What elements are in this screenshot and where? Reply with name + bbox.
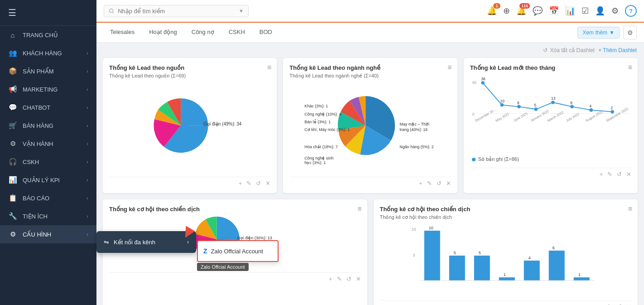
refresh-icon: ↺ <box>543 47 548 53</box>
sidebar-item-bao-cao[interactable]: 📋 BÁO CÁO › <box>0 189 96 207</box>
chevron-right-icon: › <box>87 195 88 201</box>
sidebar-header: ☰ <box>0 0 96 26</box>
edit-dashlet5-icon[interactable]: ✎ <box>607 303 612 305</box>
close-dashlet4-icon[interactable]: ✕ <box>356 276 361 282</box>
analytics-icon[interactable]: 📊 <box>565 6 575 16</box>
svg-text:2: 2 <box>610 106 613 110</box>
svg-text:Bán lẻ (3%): 1: Bán lẻ (3%): 1 <box>304 119 331 124</box>
add-dashlet3-icon[interactable]: + <box>599 171 603 178</box>
profile-icon[interactable]: 👤 <box>595 6 605 16</box>
dashlet4-menu-icon[interactable]: ≡ <box>357 205 361 213</box>
reload-dashlet4-icon[interactable]: ↺ <box>346 276 351 282</box>
dashboard-grid-top: Thống kê Lead theo nguồn Thống kê Lead t… <box>96 58 644 199</box>
reload-dashlet-icon[interactable]: ↺ <box>256 180 261 187</box>
settings-icon[interactable]: ⚙ <box>611 6 619 16</box>
tab-telesales[interactable]: Telesales <box>104 24 141 41</box>
edit-dashlet-icon[interactable]: ✎ <box>246 180 251 187</box>
sidebar-item-van-hanh[interactable]: ⚙ VẬN HÀNH › <box>0 135 96 153</box>
close-dashlet5-icon[interactable]: ✕ <box>626 303 631 305</box>
reload-dashlet2-icon[interactable]: ↺ <box>437 180 442 187</box>
svg-text:Ngân hàng (5%): 2: Ngân hàng (5%): 2 <box>399 145 434 149</box>
alerts-icon[interactable]: 🔔 115 <box>516 6 526 16</box>
checkbox-icon: ☑ <box>582 6 589 16</box>
sidebar-item-marketing[interactable]: 📢 MARKETING › <box>0 80 96 98</box>
home-icon: ⌂ <box>8 30 17 39</box>
dashlet3-footer: + ✎ ↺ ✕ <box>470 168 631 178</box>
svg-text:8: 8 <box>570 101 572 105</box>
search-dropdown-icon[interactable]: ▼ <box>239 8 244 14</box>
sidebar-item-khach-hang[interactable]: 👥 KHÁCH HÀNG › <box>0 44 96 62</box>
chevron-right-icon: › <box>87 87 88 92</box>
reload-dashlet3-icon[interactable]: ↺ <box>617 171 622 178</box>
tab-cskh[interactable]: CSKH <box>222 24 251 41</box>
tab-settings-button[interactable]: ⚙ <box>623 26 637 39</box>
notification-bell[interactable]: 🔔 1 <box>487 6 497 16</box>
calendar-icon[interactable]: 📅 <box>549 6 559 16</box>
close-dashlet3-icon[interactable]: ✕ <box>626 171 631 178</box>
dashlet-lead-nganh: Thống kê Lead theo ngành nghề Thống kê L… <box>283 58 457 193</box>
them-dashlet-button[interactable]: + Thêm Dashlet <box>598 47 637 53</box>
edit-dashlet4-icon[interactable]: ✎ <box>337 276 342 282</box>
alert-badge: 115 <box>519 3 530 9</box>
svg-text:6: 6 <box>552 246 554 250</box>
dashlet3-title: Thống kê Lead mới theo tháng <box>470 64 631 71</box>
dashlet3-legend: Số bản ghi (Σ=86) <box>470 156 631 164</box>
dashlet5-menu-icon[interactable]: ≡ <box>628 205 632 213</box>
svg-text:36: 36 <box>481 77 485 81</box>
add-dashlet5-icon[interactable]: + <box>599 303 603 305</box>
close-dashlet2-icon[interactable]: ✕ <box>446 180 451 187</box>
tasks-icon[interactable]: ☑ <box>582 6 589 16</box>
tab-bod[interactable]: BOD <box>253 24 279 41</box>
svg-rect-47 <box>449 256 465 281</box>
search-input[interactable] <box>118 8 235 15</box>
chat-bubble-icon: 💬 <box>533 6 543 16</box>
svg-text:5: 5 <box>478 251 481 255</box>
svg-text:40: 40 <box>472 80 476 85</box>
tab-cong-no[interactable]: Công nợ <box>185 24 221 41</box>
dashlet2-footer: + ✎ ↺ ✕ <box>289 177 451 187</box>
sidebar-item-san-pham[interactable]: 📦 SẢN PHẨM › <box>0 62 96 80</box>
sidebar-item-trang-chu[interactable]: ⌂ TRANG CHỦ <box>0 26 96 44</box>
chart-icon: 📊 <box>8 175 17 184</box>
help-button[interactable]: ? <box>625 5 637 17</box>
add-dashlet-icon[interactable]: + <box>239 180 242 187</box>
add-dashlet4-icon[interactable]: + <box>329 276 332 282</box>
svg-text:13: 13 <box>551 96 556 101</box>
dashlet3-menu-icon[interactable]: ≡ <box>628 63 632 72</box>
svg-text:Khác (3%): 1: Khác (3%): 1 <box>304 104 328 108</box>
sidebar-item-tien-ich[interactable]: 🔧 TIỆN ÍCH › <box>0 207 96 225</box>
zalo-official-account-item[interactable]: Z Zalo Offcial Account <box>203 245 272 257</box>
dashlet5-subtitle: Thống kê cơ hội theo chiến dịch <box>380 214 632 220</box>
svg-text:5: 5 <box>534 103 536 107</box>
reload-dashlet5-icon[interactable]: ↺ <box>617 303 622 305</box>
dashlet1-footer: + ✎ ↺ ✕ <box>109 177 270 187</box>
bell-badge: 1 <box>493 3 500 9</box>
ket-noi-da-kenh-item[interactable]: ⇋ Kết nối đa kênh › <box>96 234 196 250</box>
messages-icon[interactable]: 💬 <box>533 6 543 16</box>
xem-them-button[interactable]: Xem thêm ▼ <box>577 27 620 39</box>
tab-hoat-dong[interactable]: Hoạt động <box>143 24 183 41</box>
svg-text:trang (40%): 16: trang (40%): 16 <box>399 127 428 132</box>
xoa-dashlet-button[interactable]: ↺ Xóa tất cả Dashlet <box>543 47 595 53</box>
sidebar-item-ban-hang[interactable]: 🛒 BÁN HÀNG › <box>0 116 96 135</box>
search-bar[interactable]: ▼ <box>104 5 249 17</box>
sidebar-item-cau-hinh[interactable]: ⚙ CẤU HÌNH › <box>0 225 96 243</box>
edit-dashlet3-icon[interactable]: ✎ <box>607 171 612 178</box>
hamburger-icon[interactable]: ☰ <box>8 7 16 18</box>
share-icon: ⇋ <box>104 238 109 246</box>
edit-dashlet2-icon[interactable]: ✎ <box>427 180 432 187</box>
sidebar-item-cskh[interactable]: 🎧 CSKH › <box>0 153 96 171</box>
add-icon[interactable]: ⊕ <box>503 6 510 16</box>
sidebar-item-chatbot[interactable]: 💬 CHATBOT › <box>0 98 96 116</box>
add-dashlet2-icon[interactable]: + <box>419 180 423 187</box>
svg-point-21 <box>551 101 555 104</box>
close-dashlet-icon[interactable]: ✕ <box>265 180 270 187</box>
dashlet2-menu-icon[interactable]: ≡ <box>447 63 452 72</box>
tools-icon: 🔧 <box>8 212 17 221</box>
action-bar: ↺ Xóa tất cả Dashlet + Thêm Dashlet <box>96 43 644 58</box>
dashlet1-title: Thống kê Lead theo nguồn <box>109 64 270 71</box>
svg-text:5: 5 <box>453 251 456 255</box>
dashlet1-menu-icon[interactable]: ≡ <box>267 63 271 72</box>
svg-line-1 <box>112 12 113 13</box>
sidebar-item-quan-ly-kpi[interactable]: 📊 QUẢN LÝ KPI › <box>0 171 96 189</box>
